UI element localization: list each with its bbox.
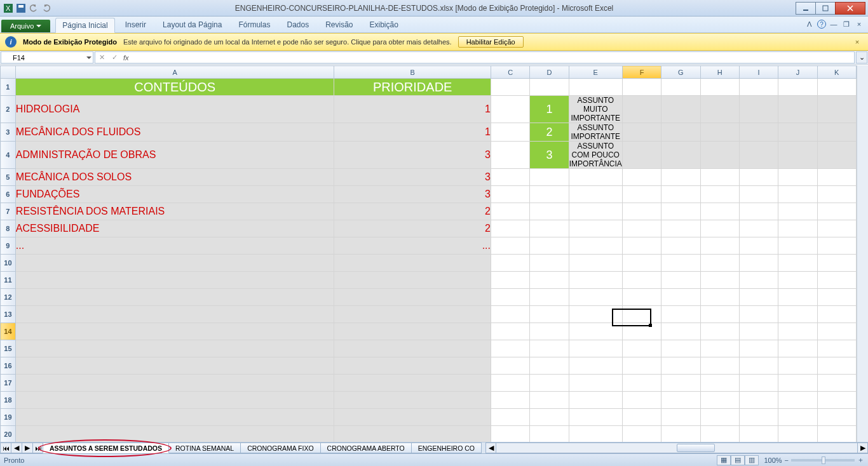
zoom-out-icon[interactable]: −	[785, 456, 789, 464]
cell[interactable]	[15, 375, 334, 392]
row-header[interactable]: 8	[1, 220, 16, 237]
cell[interactable]	[491, 323, 529, 340]
cell[interactable]	[778, 426, 817, 443]
cell[interactable]: ...	[15, 237, 334, 255]
cell[interactable]	[661, 272, 700, 289]
cell[interactable]	[778, 79, 817, 96]
cell[interactable]	[661, 203, 700, 220]
cell[interactable]	[622, 186, 661, 203]
tab-nav-first-icon[interactable]: ⏮	[0, 443, 11, 453]
excel-icon[interactable]: X	[3, 3, 14, 14]
cell[interactable]	[530, 255, 569, 272]
row-header[interactable]: 11	[1, 272, 16, 289]
cell[interactable]	[15, 426, 334, 443]
cell[interactable]	[530, 357, 569, 375]
cell[interactable]	[817, 323, 856, 340]
cell[interactable]	[530, 169, 569, 186]
cell[interactable]	[491, 340, 529, 357]
formula-input[interactable]	[132, 54, 854, 62]
row-header[interactable]: 1	[1, 79, 16, 96]
cell[interactable]	[778, 142, 817, 169]
cell[interactable]	[739, 306, 778, 323]
zoom-in-icon[interactable]: ＋	[857, 455, 864, 465]
cell[interactable]	[622, 203, 661, 220]
cell[interactable]	[622, 96, 661, 123]
sheet-tab[interactable]: CRONOGRAMA ABERTO	[320, 443, 412, 453]
row-header[interactable]: 7	[1, 203, 16, 220]
cell[interactable]: MECÂNICA DOS SOLOS	[15, 169, 334, 186]
cell[interactable]	[530, 220, 569, 237]
cell[interactable]	[817, 237, 856, 255]
cell[interactable]	[622, 220, 661, 237]
row-header[interactable]: 18	[1, 392, 16, 409]
cell[interactable]	[661, 323, 700, 340]
cell[interactable]	[491, 255, 529, 272]
cell[interactable]	[491, 409, 529, 426]
cell[interactable]	[530, 375, 569, 392]
cell[interactable]	[817, 340, 856, 357]
cell[interactable]	[739, 409, 778, 426]
cell[interactable]	[817, 289, 856, 306]
cell[interactable]	[700, 203, 739, 220]
row-header[interactable]: 5	[1, 169, 16, 186]
cell[interactable]	[817, 357, 856, 375]
minimize-button[interactable]	[796, 2, 816, 15]
name-box[interactable]	[1, 51, 93, 63]
cell[interactable]	[778, 323, 817, 340]
cell[interactable]	[817, 220, 856, 237]
cell[interactable]	[661, 186, 700, 203]
cell[interactable]	[569, 237, 622, 255]
cell[interactable]	[530, 426, 569, 443]
cell[interactable]	[778, 392, 817, 409]
cell[interactable]	[739, 220, 778, 237]
cell[interactable]	[15, 357, 334, 375]
cell[interactable]	[661, 426, 700, 443]
cell[interactable]	[739, 123, 778, 142]
cell[interactable]	[569, 272, 622, 289]
cell[interactable]	[739, 255, 778, 272]
col-header[interactable]: J	[778, 66, 817, 79]
worksheet[interactable]: ABCDEFGHIJK1CONTEÚDOSPRIORIDADE2HIDROLOG…	[0, 65, 857, 442]
cell[interactable]	[491, 96, 529, 123]
cell[interactable]	[817, 255, 856, 272]
cell[interactable]	[778, 289, 817, 306]
cell[interactable]	[778, 255, 817, 272]
cell[interactable]	[569, 255, 622, 272]
cell[interactable]	[817, 203, 856, 220]
cell[interactable]: CONTEÚDOS	[15, 79, 334, 96]
cell[interactable]	[778, 375, 817, 392]
cell[interactable]	[778, 306, 817, 323]
cell[interactable]: ASSUNTO COM POUCO IMPORTÂNCIA	[569, 142, 622, 169]
cell[interactable]	[817, 375, 856, 392]
enable-editing-button[interactable]: Habilitar Edição	[458, 36, 524, 48]
sheet-tab[interactable]: ROTINA SEMANAL	[168, 443, 241, 453]
cell[interactable]	[739, 96, 778, 123]
cell[interactable]	[778, 272, 817, 289]
cell[interactable]	[778, 186, 817, 203]
cell[interactable]	[661, 375, 700, 392]
cell[interactable]	[491, 186, 529, 203]
cell[interactable]: 1	[334, 123, 491, 142]
cell[interactable]	[530, 392, 569, 409]
protected-close-icon[interactable]: ×	[851, 36, 863, 48]
cell[interactable]	[700, 169, 739, 186]
row-header[interactable]: 3	[1, 123, 16, 142]
cell[interactable]	[700, 96, 739, 123]
cell[interactable]	[15, 255, 334, 272]
cell[interactable]	[15, 392, 334, 409]
cell[interactable]	[569, 426, 622, 443]
ribbon-tab[interactable]: Exibição	[363, 18, 405, 32]
cell[interactable]	[661, 79, 700, 96]
col-header[interactable]: D	[530, 66, 569, 79]
cell[interactable]	[739, 186, 778, 203]
save-icon[interactable]	[15, 3, 27, 14]
cell[interactable]	[739, 237, 778, 255]
cell[interactable]	[491, 79, 529, 96]
cell[interactable]	[661, 357, 700, 375]
fx-icon[interactable]: fx	[121, 54, 132, 62]
cell[interactable]	[569, 186, 622, 203]
cell[interactable]	[700, 79, 739, 96]
cell[interactable]	[778, 96, 817, 123]
cell[interactable]	[622, 79, 661, 96]
cell[interactable]	[778, 340, 817, 357]
